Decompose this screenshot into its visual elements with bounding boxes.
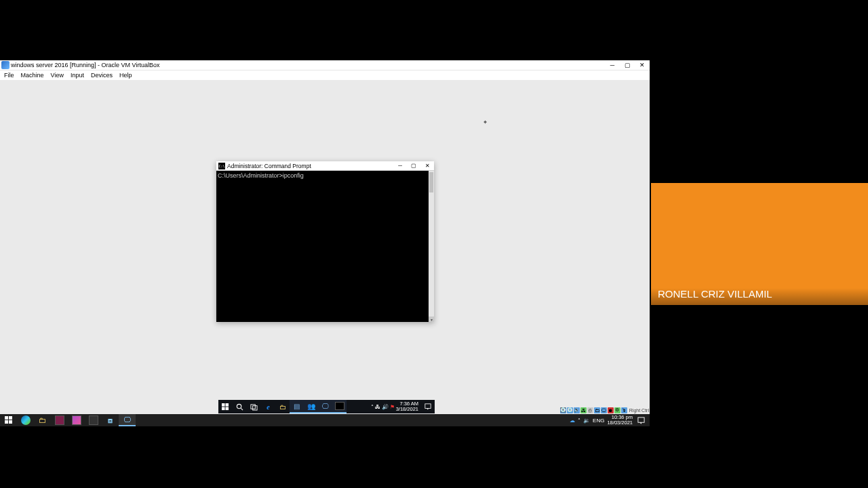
vbox-usb-icon[interactable]: ⎙ — [587, 407, 593, 413]
cmd-window[interactable]: Administrator: Command Prompt ─ ▢ ✕ C:\U… — [216, 161, 434, 322]
vbox-host-key: Right Ctrl — [629, 408, 649, 413]
host-taskbar: 🗀 ⧈ 🖵 ☁ ˄ 🔉 ENG 10:36 pm 18/03/2021 — [0, 414, 650, 426]
svg-rect-12 — [9, 420, 12, 424]
virtualbox-client-area: ⌖ Administrator: Command Prompt ─ ▢ ✕ C:… — [0, 80, 650, 414]
edge-icon — [21, 415, 31, 425]
vbox-audio-icon[interactable]: 🔉 — [574, 407, 580, 413]
cmd-titlebar[interactable]: Administrator: Command Prompt ─ ▢ ✕ — [216, 161, 434, 171]
virtualbox-app-icon — [1, 61, 9, 69]
volume-icon[interactable]: 🔉 — [583, 418, 590, 424]
svg-rect-13 — [638, 417, 644, 422]
vbox-optical-icon[interactable]: 💿 — [567, 407, 573, 413]
network-icon[interactable]: 🖧 — [375, 404, 380, 410]
cmd-app-icon — [218, 163, 225, 169]
svg-line-5 — [241, 408, 243, 410]
svg-point-4 — [237, 404, 241, 408]
cmd-icon — [335, 402, 344, 410]
cmd-minimize-button[interactable]: ─ — [393, 161, 407, 170]
guest-notifications-button[interactable] — [420, 400, 435, 413]
host-taskbar-edge[interactable] — [17, 414, 34, 426]
guest-taskbar-app1[interactable]: 👥 — [304, 400, 318, 413]
chevron-up-icon[interactable]: ˄ — [578, 418, 580, 424]
guest-taskbar-explorer[interactable]: 🗀 — [275, 400, 290, 413]
scroll-down-icon[interactable]: ▾ — [429, 317, 434, 322]
vbox-hdd-icon[interactable]: 💽 — [560, 407, 566, 413]
vm-window-icon: 🖵 — [123, 415, 131, 424]
guest-taskbar-cmd[interactable] — [332, 400, 347, 413]
svg-rect-1 — [226, 403, 229, 407]
host-taskbar-vm-window[interactable]: 🖵 — [119, 414, 136, 426]
chevron-up-icon[interactable]: ˄ — [371, 404, 374, 410]
menu-help[interactable]: Help — [117, 72, 135, 79]
virtualbox-menubar: File Machine View Input Devices Help — [0, 70, 650, 80]
app-icon — [55, 415, 64, 425]
folder-icon: 🗀 — [279, 403, 286, 411]
onedrive-icon[interactable]: ☁ — [570, 418, 575, 424]
cmd-output[interactable]: C:\Users\Administrator>ipconfig — [216, 171, 429, 322]
guest-date: 3/18/2021 — [396, 407, 418, 412]
svg-rect-0 — [222, 403, 225, 407]
guest-clock[interactable]: 7:36 AM 3/18/2021 — [396, 401, 420, 412]
close-button[interactable]: ✕ — [635, 60, 650, 70]
host-taskbar-app3[interactable] — [85, 414, 102, 426]
participant-name: RONELL CRIZ VILLAMIL — [651, 288, 868, 305]
app-icon: 👥 — [307, 403, 315, 410]
cmd-maximize-button[interactable]: ▢ — [407, 161, 420, 170]
host-system-tray[interactable]: ☁ ˄ 🔉 ENG — [570, 418, 607, 424]
cmd-close-button[interactable]: ✕ — [420, 161, 434, 170]
virtualbox-title: windows server 2016 [Running] - Oracle V… — [11, 62, 605, 68]
host-notifications-button[interactable] — [633, 414, 650, 426]
guest-start-button[interactable] — [218, 400, 233, 413]
svg-rect-11 — [5, 420, 8, 424]
menu-devices[interactable]: Devices — [88, 72, 115, 79]
host-taskbar-explorer[interactable]: 🗀 — [34, 414, 51, 426]
virtualbox-titlebar[interactable]: windows server 2016 [Running] - Oracle V… — [0, 60, 650, 70]
guest-system-tray[interactable]: ˄ 🖧 🔊 ⚑ — [370, 404, 396, 410]
host-date: 18/03/2021 — [607, 420, 633, 426]
vbox-cpu-icon[interactable]: ⚙ — [614, 407, 620, 413]
virtualbox-icon: ⧈ — [108, 416, 113, 425]
menu-input[interactable]: Input — [68, 72, 87, 79]
vbox-network-icon[interactable]: 🖧 — [580, 407, 587, 413]
vbox-record-icon[interactable]: ⏺ — [608, 407, 614, 413]
cmd-title: Administrator: Command Prompt — [227, 163, 393, 169]
guest-taskbar-server-manager[interactable]: ▤ — [290, 400, 304, 413]
cmd-scrollbar[interactable]: ▴ ▾ — [429, 171, 434, 322]
host-taskbar-app1[interactable] — [51, 414, 68, 426]
guest-taskbar: e 🗀 ▤ 👥 🖵 ˄ 🖧 🔊 ⚑ 7:36 AM 3/18/2021 — [218, 400, 435, 413]
vbox-display-icon[interactable]: 🖵 — [601, 407, 607, 413]
menu-view[interactable]: View — [48, 72, 66, 79]
app-icon: 🖵 — [322, 403, 329, 410]
guest-taskbar-ie[interactable]: e — [261, 400, 275, 413]
maximize-button[interactable]: ▢ — [620, 60, 635, 70]
video-participant-tile: RONELL CRIZ VILLAMIL — [651, 183, 868, 305]
virtualbox-window: windows server 2016 [Running] - Oracle V… — [0, 60, 650, 414]
vbox-shared-icon[interactable]: 🗀 — [594, 407, 600, 413]
svg-rect-2 — [222, 407, 225, 410]
guest-search-button[interactable] — [233, 400, 247, 413]
guest-taskbar-app2[interactable]: 🖵 — [318, 400, 332, 413]
host-taskbar-virtualbox[interactable]: ⧈ — [102, 414, 119, 426]
app-icon — [89, 415, 98, 425]
virtualbox-status-bar: 💽 💿 🔉 🖧 ⎙ 🗀 🖵 ⏺ ⚙ 🖰 Right Ctrl — [560, 407, 649, 413]
host-clock[interactable]: 10:36 pm 18/03/2021 — [607, 415, 633, 426]
cmd-line: C:\Users\Administrator>ipconfig — [218, 172, 304, 179]
menu-file[interactable]: File — [1, 72, 17, 79]
vbox-mouse-icon[interactable]: 🖰 — [621, 407, 627, 413]
server-manager-icon: ▤ — [294, 403, 300, 410]
svg-rect-8 — [425, 404, 430, 409]
scroll-thumb[interactable] — [429, 172, 433, 192]
folder-icon: 🗀 — [39, 416, 46, 424]
host-tray-lang[interactable]: ENG — [593, 418, 604, 424]
shield-icon[interactable]: ⚑ — [390, 404, 395, 410]
svg-rect-9 — [5, 416, 8, 420]
menu-machine[interactable]: Machine — [18, 72, 47, 79]
svg-rect-3 — [226, 407, 229, 410]
guest-mouse-cursor: ⌖ — [484, 119, 487, 126]
volume-icon[interactable]: 🔊 — [382, 404, 389, 410]
minimize-button[interactable]: ─ — [605, 60, 620, 70]
host-taskbar-app2[interactable] — [68, 414, 85, 426]
guest-taskview-button[interactable] — [247, 400, 261, 413]
host-start-button[interactable] — [0, 414, 17, 426]
app-icon — [72, 415, 81, 425]
